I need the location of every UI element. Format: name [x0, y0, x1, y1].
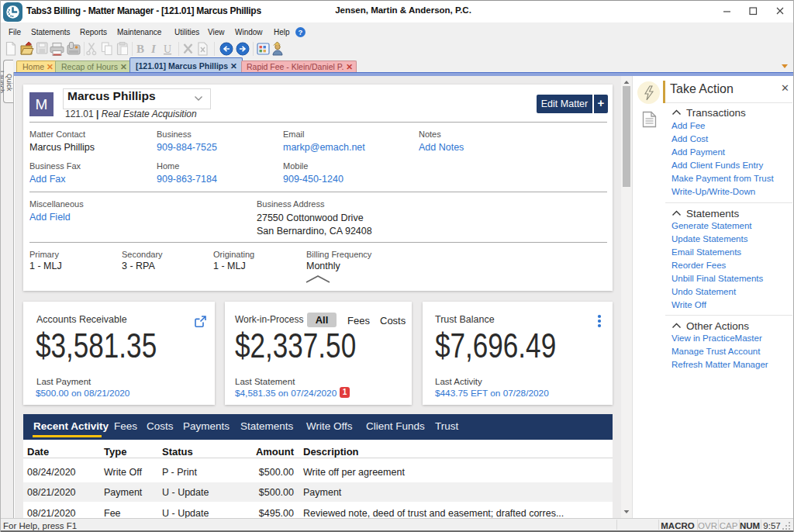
svg-text:U: U	[164, 43, 171, 55]
svg-text:I: I	[150, 43, 157, 55]
svg-text:B: B	[136, 43, 144, 55]
